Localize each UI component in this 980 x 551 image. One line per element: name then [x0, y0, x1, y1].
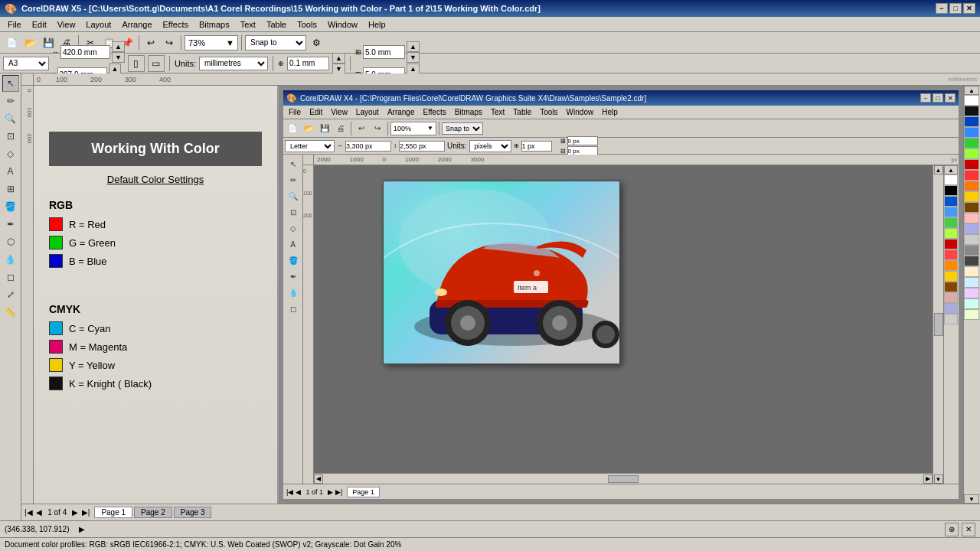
- undo-button[interactable]: ↩: [142, 34, 159, 51]
- units-select[interactable]: millimetres: [199, 57, 268, 70]
- outer-palette-sky[interactable]: [964, 277, 979, 288]
- inner-last-page-btn[interactable]: ▶|: [335, 488, 342, 496]
- palette-lavender[interactable]: [944, 303, 958, 314]
- outer-palette-lilac[interactable]: [964, 288, 979, 298]
- first-page-btn[interactable]: |◀: [24, 508, 33, 517]
- zoom-tool[interactable]: 🔍: [2, 110, 19, 127]
- inner-menu-view[interactable]: View: [327, 107, 351, 117]
- zoom-dropdown-icon[interactable]: ▼: [226, 38, 234, 47]
- eyedropper-tool[interactable]: 💧: [2, 251, 19, 268]
- crop-tool[interactable]: ⊡: [2, 128, 19, 145]
- menu-item-text[interactable]: Text: [236, 18, 260, 31]
- measure-tool[interactable]: 📏: [2, 304, 19, 321]
- inner-scroll-up-btn[interactable]: ▲: [934, 165, 943, 174]
- inner-hscroll-thumb[interactable]: [608, 475, 639, 483]
- width-input[interactable]: 420.0 mm: [60, 45, 110, 59]
- inner-fill-tool[interactable]: 🪣: [286, 253, 301, 268]
- text-tool[interactable]: A: [2, 163, 19, 180]
- inner-menu-window[interactable]: Window: [563, 107, 598, 117]
- freehand-tool[interactable]: ✏: [2, 93, 19, 109]
- outer-palette-lavender[interactable]: [964, 223, 979, 234]
- inner-menu-text[interactable]: Text: [487, 107, 508, 117]
- inner-menu-tools[interactable]: Tools: [536, 107, 561, 117]
- inner-menu-effects[interactable]: Effects: [419, 107, 449, 117]
- size2-up-btn[interactable]: ▲: [407, 64, 420, 74]
- inner-zoom-box[interactable]: 100% ▼: [390, 122, 436, 135]
- menu-item-bitmaps[interactable]: Bitmaps: [194, 18, 234, 31]
- inner-menu-help[interactable]: Help: [598, 107, 622, 117]
- open-button[interactable]: 📂: [21, 34, 38, 51]
- inner-units-select[interactable]: pixels: [469, 140, 511, 152]
- inner-next-page-btn[interactable]: ▶: [328, 488, 333, 496]
- size1-input[interactable]: [363, 45, 405, 59]
- page-tab-2[interactable]: Page 2: [134, 507, 172, 518]
- inner-menu-edit[interactable]: Edit: [305, 107, 326, 117]
- inner-scroll-right-btn[interactable]: ▶: [923, 474, 933, 484]
- inner-save-btn[interactable]: 💾: [317, 121, 332, 136]
- size1-up-btn[interactable]: ▲: [407, 41, 420, 52]
- inner-menu-table[interactable]: Table: [509, 107, 535, 117]
- menu-item-view[interactable]: View: [53, 18, 80, 31]
- outer-palette-gray1[interactable]: [964, 234, 979, 245]
- outer-palette-green2[interactable]: [964, 148, 979, 159]
- inner-restore-button[interactable]: □: [933, 93, 943, 103]
- inner-width-input[interactable]: 3,300 px: [345, 141, 391, 152]
- outer-palette-blue1[interactable]: [964, 116, 979, 127]
- height-up-btn[interactable]: ▲: [109, 64, 122, 74]
- palette-white[interactable]: [944, 174, 958, 185]
- eraser-tool[interactable]: ◻: [2, 269, 19, 285]
- nudge-down-btn[interactable]: ▼: [332, 64, 345, 74]
- palette-green[interactable]: [944, 217, 958, 228]
- select-tool[interactable]: ↖: [2, 75, 19, 92]
- page-tab-3[interactable]: Page 3: [174, 507, 212, 518]
- outer-palette-red2[interactable]: [964, 170, 979, 181]
- inner-crop-tool[interactable]: ⊡: [286, 204, 301, 220]
- outer-palette-orange[interactable]: [964, 181, 979, 191]
- width-down-btn[interactable]: ▼: [112, 52, 125, 63]
- palette-red[interactable]: [944, 239, 958, 249]
- outer-palette-lemon[interactable]: [964, 309, 979, 320]
- outer-palette-black[interactable]: [964, 106, 979, 116]
- inner-text-tool[interactable]: A: [286, 236, 301, 252]
- new-button[interactable]: 📄: [3, 34, 20, 51]
- menu-item-layout[interactable]: Layout: [81, 18, 116, 31]
- inner-snap-select[interactable]: Snap to: [442, 122, 483, 135]
- outer-palette-pink[interactable]: [964, 213, 979, 223]
- snap-settings-button[interactable]: ⚙: [308, 34, 325, 51]
- smart-fill-tool[interactable]: ⬡: [2, 233, 19, 250]
- inner-zoom-arrow[interactable]: ▼: [427, 125, 433, 132]
- snap-select[interactable]: Snap to: [245, 35, 306, 51]
- palette-yellow[interactable]: [944, 271, 958, 282]
- pencil-tool[interactable]: ✒: [2, 216, 19, 233]
- size1-down-btn[interactable]: ▼: [407, 52, 420, 63]
- inner-minimize-button[interactable]: −: [920, 93, 931, 103]
- width-up-btn[interactable]: ▲: [112, 41, 125, 52]
- prev-page-btn[interactable]: ◀: [36, 508, 42, 517]
- connector-tool[interactable]: ⤢: [2, 286, 19, 303]
- outer-palette-cream[interactable]: [964, 266, 979, 277]
- nudge-input[interactable]: [287, 57, 329, 70]
- redo-button[interactable]: ↪: [161, 34, 178, 51]
- outer-palette-yellow[interactable]: [964, 191, 979, 202]
- outer-palette-gray2[interactable]: [964, 245, 979, 256]
- outer-palette-brown[interactable]: [964, 202, 979, 213]
- lock-icon-btn[interactable]: ✕: [962, 523, 975, 536]
- palette-orange[interactable]: [944, 260, 958, 271]
- inner-nudge-input[interactable]: [521, 141, 552, 152]
- inner-open-btn[interactable]: 📂: [301, 121, 316, 136]
- palette-gray[interactable]: [944, 314, 958, 324]
- outer-palette-down[interactable]: ▼: [964, 494, 979, 504]
- palette-black[interactable]: [944, 185, 958, 196]
- inner-close-button[interactable]: ✕: [945, 93, 956, 103]
- palette-red2[interactable]: [944, 249, 958, 260]
- play-btn[interactable]: ▶: [79, 525, 85, 533]
- inner-scroll-left-btn[interactable]: ◀: [314, 474, 323, 484]
- palette-blue1[interactable]: [944, 196, 958, 207]
- inner-menu-arrange[interactable]: Arrange: [384, 107, 419, 117]
- fill-tool[interactable]: 🪣: [2, 198, 19, 215]
- nudge-up-btn[interactable]: ▲: [332, 53, 345, 64]
- inner-select-tool[interactable]: ↖: [286, 156, 301, 171]
- palette-brown[interactable]: [944, 282, 958, 292]
- maximize-button[interactable]: □: [949, 3, 962, 14]
- inner-menu-file[interactable]: File: [285, 107, 305, 117]
